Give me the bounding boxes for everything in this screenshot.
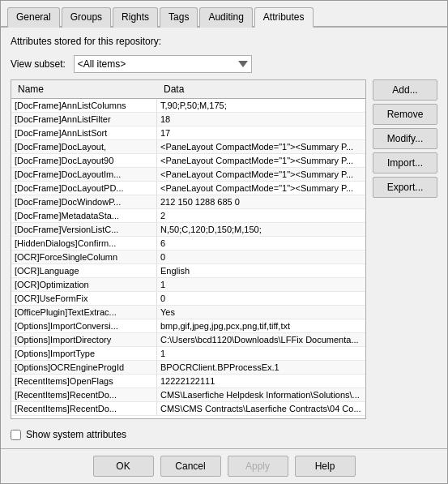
table-row[interactable]: [HiddenDialogs]Confirm...6 — [11, 237, 365, 251]
tab-attributes[interactable]: Attributes — [254, 7, 314, 28]
subset-row: View subset: <All items> — [11, 55, 437, 73]
tab-general[interactable]: General — [7, 7, 60, 28]
table-row[interactable]: [DocFrame]DocLayout,<PaneLayout CompactM… — [11, 140, 365, 154]
cell-data: 1 — [157, 347, 365, 360]
table-row[interactable]: [RecentItems]RecentDo...CMS\Laserfiche H… — [11, 388, 365, 402]
action-buttons: Add... Remove Modify... Import... Export… — [373, 79, 437, 419]
cell-name: [DocFrame]AnnListFilter — [11, 113, 157, 126]
cell-data: N,50;C,120;D,150;M,150; — [157, 223, 365, 236]
cell-name: [OCR]UseFormFix — [11, 292, 157, 305]
table-row[interactable]: [OCR]UseFormFix0 — [11, 292, 365, 306]
table-row[interactable]: [DocFrame]DocLayoutIm...<PaneLayout Comp… — [11, 168, 365, 182]
table-body[interactable]: [DocFrame]AnnListColumnsT,90;P,50;M,175;… — [11, 99, 365, 418]
cell-name: [DocFrame]DocLayoutIm... — [11, 168, 157, 181]
cell-name: [Options]OCREngineProgId — [11, 361, 157, 374]
bottom-bar: OK Cancel Apply Help — [1, 448, 447, 483]
cell-name: [OCR]Language — [11, 264, 157, 277]
cell-name: [DocFrame]MetadataSta... — [11, 209, 157, 222]
table-row[interactable]: [DocFrame]DocLayoutPD...<PaneLayout Comp… — [11, 182, 365, 195]
cell-name: [RecentItems]OpenFlags — [11, 375, 157, 388]
ok-button[interactable]: OK — [93, 456, 154, 477]
cell-data: <PaneLayout CompactMode="1"><Summary P..… — [157, 140, 365, 153]
table-row[interactable]: [DocFrame]DocWindowP...212 150 1288 685 … — [11, 195, 365, 209]
cell-name: [RecentItems]RecentDo... — [11, 388, 157, 401]
cell-data: English — [157, 264, 365, 277]
subset-label: View subset: — [11, 58, 66, 70]
cell-data: 212 150 1288 685 0 — [157, 195, 365, 208]
cell-data: BPOCRClient.BPProcessEx.1 — [157, 361, 365, 374]
tab-bar: General Groups Rights Tags Auditing Attr… — [1, 1, 447, 28]
cell-data: bmp,gif,jpeg,jpg,pcx,png,tif,tiff,txt — [157, 319, 365, 332]
cell-data: 0 — [157, 292, 365, 305]
cell-data: CMS\Laserfiche Helpdesk Information\Solu… — [157, 388, 365, 401]
import-button[interactable]: Import... — [373, 152, 437, 173]
modify-button[interactable]: Modify... — [373, 128, 437, 149]
cell-data: 1 — [157, 278, 365, 291]
cell-name: [OfficePlugin]TextExtrac... — [11, 306, 157, 319]
cell-name: [DocFrame]AnnListColumns — [11, 99, 157, 112]
table-row[interactable]: [DocFrame]MetadataSta...2 — [11, 209, 365, 223]
table-row[interactable]: [DocFrame]VersionListC...N,50;C,120;D,15… — [11, 223, 365, 237]
table-row[interactable]: [OCR]LanguageEnglish — [11, 264, 365, 278]
cell-data: Yes — [157, 306, 365, 319]
add-button[interactable]: Add... — [373, 79, 437, 101]
cell-name: [RecentItems]RecentDo... — [11, 402, 157, 415]
help-button[interactable]: Help — [295, 456, 356, 477]
cell-name: [DocFrame]DocLayout90 — [11, 154, 157, 167]
attributes-table: Name Data [DocFrame]AnnListColumnsT,90;P… — [11, 79, 366, 419]
cell-data: 6 — [157, 237, 365, 250]
cell-data: C:\Users\bcd1120\Downloads\LFFix Documen… — [157, 333, 365, 346]
cell-name: [OCR]ForceSingleColumn — [11, 251, 157, 263]
export-button[interactable]: Export... — [373, 177, 437, 198]
table-row[interactable]: [OCR]ForceSingleColumn0 — [11, 251, 365, 264]
dialog: General Groups Rights Tags Auditing Attr… — [0, 0, 448, 484]
cell-data: 18 — [157, 113, 365, 126]
table-row[interactable]: [OCR]Optimization1 — [11, 278, 365, 292]
cancel-button[interactable]: Cancel — [160, 456, 221, 477]
col-name-header: Name — [15, 82, 160, 96]
table-row[interactable]: [RecentItems]OpenFlags12222122111 — [11, 375, 365, 388]
remove-button[interactable]: Remove — [373, 104, 437, 125]
col-data-header: Data — [160, 82, 362, 96]
cell-data: <PaneLayout CompactMode="1"><Summary P..… — [157, 168, 365, 181]
show-system-attributes-label[interactable]: Show system attributes — [26, 429, 126, 440]
cell-data: 17 — [157, 126, 365, 139]
cell-data: <PaneLayout CompactMode="1"><Summary P..… — [157, 154, 365, 167]
cell-name: [Options]ImportType — [11, 347, 157, 360]
table-row[interactable]: [Options]ImportConversi...bmp,gif,jpeg,j… — [11, 319, 365, 333]
table-row[interactable]: [DocFrame]AnnListSort17 — [11, 126, 365, 140]
table-row[interactable]: [DocFrame]AnnListColumnsT,90;P,50;M,175; — [11, 99, 365, 113]
table-row[interactable]: [DocFrame]AnnListFilter18 — [11, 113, 365, 126]
cell-name: [DocFrame]VersionListC... — [11, 223, 157, 236]
cell-data: T,90;P,50;M,175; — [157, 99, 365, 112]
cell-data: <PaneLayout CompactMode="1"><Summary P..… — [157, 182, 365, 195]
cell-name: [DocFrame]DocLayoutPD... — [11, 182, 157, 195]
table-row[interactable]: [Options]OCREngineProgIdBPOCRClient.BPPr… — [11, 361, 365, 375]
tab-content: Attributes stored for this repository: V… — [1, 28, 447, 448]
tab-groups[interactable]: Groups — [62, 7, 111, 28]
cell-data: 2 — [157, 209, 365, 222]
cell-data: 12222122111 — [157, 375, 365, 388]
show-system-attributes-checkbox[interactable] — [11, 430, 21, 440]
cell-name: [HiddenDialogs]Confirm... — [11, 237, 157, 250]
table-header: Name Data — [11, 80, 365, 99]
apply-button[interactable]: Apply — [228, 456, 288, 477]
table-row[interactable]: [RecentItems]RecentDo...CMS\CMS Contract… — [11, 402, 365, 416]
cell-name: [DocFrame]DocWindowP... — [11, 195, 157, 208]
cell-data: CMS\CMS Contracts\Laserfiche Contracts\0… — [157, 402, 365, 415]
tab-rights[interactable]: Rights — [113, 7, 158, 28]
table-row[interactable]: [Options]ImportDirectoryC:\Users\bcd1120… — [11, 333, 365, 347]
description-text: Attributes stored for this repository: — [11, 36, 437, 47]
table-row[interactable]: [OfficePlugin]TextExtrac...Yes — [11, 306, 365, 319]
tab-auditing[interactable]: Auditing — [199, 7, 252, 28]
table-row[interactable]: [Options]ImportType1 — [11, 347, 365, 361]
cell-name: [Options]ImportDirectory — [11, 333, 157, 346]
cell-name: [Options]ImportConversi... — [11, 319, 157, 332]
cell-name: [DocFrame]DocLayout, — [11, 140, 157, 153]
cell-name: [OCR]Optimization — [11, 278, 157, 291]
subset-select[interactable]: <All items> — [74, 55, 252, 73]
tab-tags[interactable]: Tags — [160, 7, 198, 28]
table-row[interactable]: [DocFrame]DocLayout90<PaneLayout Compact… — [11, 154, 365, 168]
cell-data: 0 — [157, 251, 365, 263]
checkbox-row: Show system attributes — [11, 429, 437, 440]
